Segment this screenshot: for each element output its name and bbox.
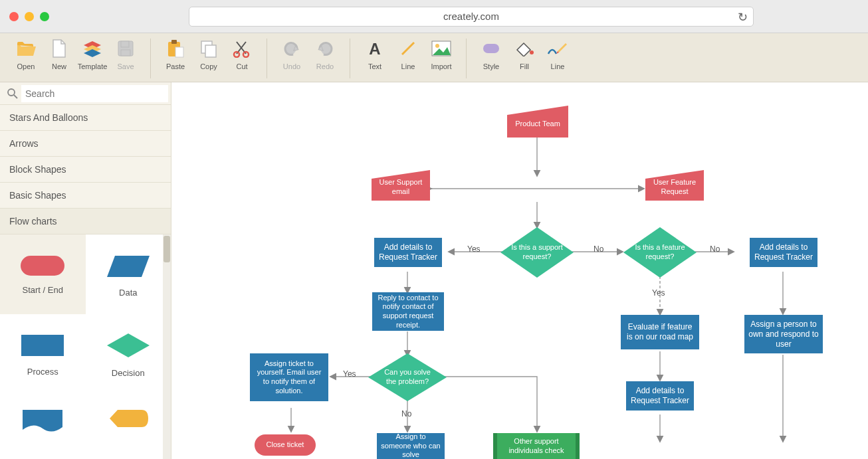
fill-icon: [513, 37, 536, 60]
line-draw-icon: [397, 37, 419, 60]
tool-label: Text: [368, 62, 381, 70]
svg-line-11: [402, 43, 414, 54]
import-button[interactable]: Import: [425, 37, 458, 77]
line-style-button[interactable]: Line: [541, 37, 574, 77]
category-block-shapes[interactable]: Block Shapes: [0, 157, 171, 183]
shape-search-input[interactable]: [21, 85, 168, 102]
reload-icon[interactable]: ↻: [738, 10, 748, 25]
shape-process[interactable]: Process: [0, 314, 86, 394]
node-assign-self[interactable]: Assign ticket to yourself. Email user to…: [250, 353, 328, 401]
tool-label: Style: [483, 62, 499, 70]
pencil-line-icon: [546, 37, 569, 60]
palette-scrollbar[interactable]: [163, 234, 171, 459]
node-add-details-2[interactable]: Add details to Request Tracker: [750, 238, 817, 267]
node-evaluate-feature[interactable]: Evaluate if feature is on our road map: [621, 315, 699, 349]
text-tool-button[interactable]: A Text: [358, 37, 391, 77]
browser-chrome: creately.com ↻: [0, 0, 868, 33]
line-tool-button[interactable]: Line: [391, 37, 425, 77]
svg-rect-14: [483, 44, 499, 53]
category-flow-charts[interactable]: Flow charts: [0, 209, 171, 234]
shape-data[interactable]: Data: [86, 234, 171, 314]
shape-display[interactable]: [86, 394, 171, 454]
paste-button[interactable]: Paste: [159, 37, 192, 77]
copy-icon: [197, 37, 220, 60]
template-button[interactable]: Template: [76, 37, 109, 77]
cut-button[interactable]: Cut: [225, 37, 259, 77]
main-toolbar: Open New Template Save Paste: [0, 33, 868, 82]
style-icon: [480, 37, 502, 60]
tool-label: Undo: [283, 62, 300, 70]
fill-button[interactable]: Fill: [508, 37, 541, 77]
category-stars-balloons[interactable]: Stars And Balloons: [0, 105, 171, 131]
svg-text:A: A: [369, 40, 380, 57]
svg-point-15: [530, 50, 534, 54]
svg-rect-4: [171, 40, 177, 44]
category-label: Basic Shapes: [9, 190, 66, 201]
node-add-details-3[interactable]: Add details to Request Tracker: [626, 381, 694, 411]
save-button[interactable]: Save: [109, 37, 142, 77]
tool-label: Import: [431, 62, 451, 70]
tool-label: Fill: [520, 62, 529, 70]
shape-label: Decision: [112, 368, 145, 378]
shape-document[interactable]: [0, 394, 86, 454]
tool-label: Copy: [200, 62, 217, 70]
category-arrows[interactable]: Arrows: [0, 131, 171, 157]
image-icon: [430, 37, 453, 60]
redo-button[interactable]: Redo: [308, 37, 342, 77]
category-label: Stars And Balloons: [9, 112, 88, 123]
redo-icon: [314, 37, 336, 60]
svg-rect-1: [121, 41, 129, 47]
node-assign-person[interactable]: Assign a person to own and respond to us…: [744, 315, 823, 353]
folder-open-icon: [15, 37, 37, 60]
cut-icon: [231, 37, 253, 60]
paste-icon: [164, 37, 187, 60]
shape-label: Start / End: [23, 285, 63, 295]
new-file-icon: [48, 37, 70, 60]
maximize-window-icon[interactable]: [40, 12, 49, 21]
tool-label: New: [52, 62, 66, 70]
svg-point-16: [8, 89, 15, 96]
node-reply-contact[interactable]: Reply to contact to notify contact of su…: [372, 292, 444, 331]
undo-icon: [280, 37, 303, 60]
shape-terminator[interactable]: Start / End: [0, 234, 86, 314]
window-controls: [9, 12, 49, 21]
search-icon: [7, 88, 19, 100]
node-label: Can you solve the problem?: [376, 367, 439, 388]
minimize-window-icon[interactable]: [25, 12, 34, 21]
svg-point-8: [234, 52, 239, 57]
shape-label: Process: [27, 367, 58, 377]
save-icon: [114, 37, 137, 60]
tool-label: Cut: [236, 62, 247, 70]
svg-rect-5: [175, 47, 183, 57]
svg-rect-7: [205, 45, 216, 57]
address-bar-url: creately.com: [443, 11, 499, 22]
svg-marker-19: [107, 256, 150, 277]
copy-button[interactable]: Copy: [192, 37, 225, 77]
close-window-icon[interactable]: [9, 12, 19, 21]
shapes-sidebar: Stars And Balloons Arrows Block Shapes B…: [0, 82, 171, 459]
style-button[interactable]: Style: [475, 37, 508, 77]
undo-button[interactable]: Undo: [275, 37, 308, 77]
text-icon: A: [364, 37, 386, 60]
node-close-ticket[interactable]: Close ticket: [255, 434, 316, 456]
address-bar[interactable]: creately.com ↻: [189, 7, 754, 27]
tool-label: Redo: [316, 62, 334, 70]
svg-rect-2: [121, 50, 130, 56]
tool-label: Open: [17, 62, 35, 70]
svg-point-9: [243, 52, 249, 57]
svg-rect-18: [21, 256, 64, 276]
node-add-details-1[interactable]: Add details to Request Tracker: [374, 238, 442, 267]
new-button[interactable]: New: [43, 37, 76, 77]
node-product-team-label: Product Team: [507, 112, 568, 136]
node-other-support[interactable]: Other support individuals check: [493, 433, 580, 459]
category-label: Arrows: [9, 138, 39, 149]
node-label: Is this a feature request?: [630, 240, 690, 264]
diagram-canvas[interactable]: Product Team User Support email User Fea…: [171, 82, 868, 459]
category-basic-shapes[interactable]: Basic Shapes: [0, 183, 171, 209]
shape-decision[interactable]: Decision: [86, 314, 171, 394]
tool-label: Save: [117, 62, 134, 70]
open-button[interactable]: Open: [9, 37, 43, 77]
node-assign-someone[interactable]: Assign to someone who can solve: [377, 433, 445, 459]
tool-label: Line: [551, 62, 565, 70]
svg-line-17: [14, 95, 17, 98]
